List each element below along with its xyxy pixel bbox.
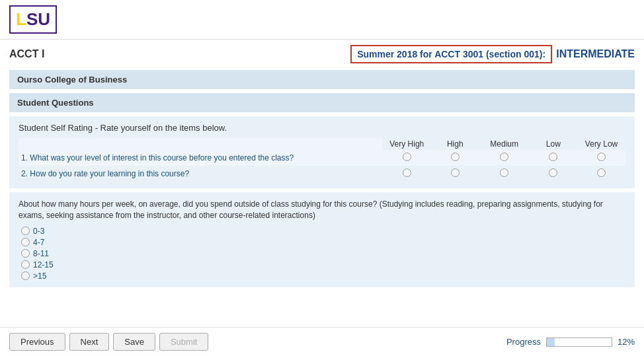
q2-high-radio[interactable]	[451, 168, 460, 177]
col-very-low: Very Low	[577, 138, 625, 150]
hours-option-gt15[interactable]: >15	[21, 271, 625, 281]
progress-label: Progress	[506, 337, 541, 347]
rating-table: Very High High Medium Low Very Low 1. Wh…	[19, 138, 625, 182]
col-high: High	[431, 138, 479, 150]
hours-radio-0-3[interactable]	[21, 227, 30, 235]
q2-low-cell	[530, 166, 578, 182]
col-low: Low	[530, 138, 578, 150]
header: LSU	[0, 0, 644, 40]
submit-button[interactable]: Submit	[159, 333, 208, 351]
page-title: ACCT I	[9, 48, 44, 60]
q2-very-high-radio[interactable]	[403, 168, 411, 177]
table-row: 1. What was your level of interest in th…	[19, 150, 625, 166]
save-button[interactable]: Save	[113, 333, 155, 351]
footer-right: Progress 12%	[506, 337, 635, 347]
hours-label-0-3: 0-3	[33, 227, 44, 236]
q1-high-cell	[431, 150, 479, 166]
student-questions-header: Student Questions	[9, 93, 635, 112]
hours-radio-12-15[interactable]	[21, 260, 30, 269]
rating-block: Student Self Rating - Rate yourself on t…	[9, 116, 635, 188]
hours-radio-8-11[interactable]	[21, 249, 30, 258]
question-1: 1. What was your level of interest in th…	[19, 150, 383, 166]
q2-medium-cell	[479, 166, 530, 182]
q2-high-cell	[431, 166, 479, 182]
q2-medium-radio[interactable]	[500, 168, 508, 177]
hours-label-12-15: 12-15	[33, 260, 54, 269]
title-area: ACCT I Summer 2018 for ACCT 3001 (sectio…	[0, 40, 644, 66]
q1-very-low-radio[interactable]	[597, 153, 606, 161]
table-row: 2. How do you rate your learning in this…	[19, 166, 625, 182]
previous-button[interactable]: Previous	[9, 333, 65, 351]
hours-option-8-11[interactable]: 8-11	[21, 249, 625, 258]
hours-option-4-7[interactable]: 4-7	[21, 238, 625, 247]
question-2: 2. How do you rate your learning in this…	[19, 166, 383, 182]
col-very-high: Very High	[383, 138, 431, 150]
progress-percent: 12%	[618, 337, 635, 347]
progress-bar-fill	[547, 338, 555, 346]
course-title-box: Summer 2018 for ACCT 3001 (section 001):	[350, 45, 552, 63]
q1-high-radio[interactable]	[451, 153, 460, 161]
rating-block-title: Student Self Rating - Rate yourself on t…	[19, 123, 625, 133]
course-header: Summer 2018 for ACCT 3001 (section 001):…	[350, 45, 635, 63]
main-content: Ourso College of Business Student Questi…	[0, 66, 644, 295]
next-button[interactable]: Next	[69, 333, 110, 351]
logo-text: LSU	[16, 9, 50, 29]
q1-very-high-cell	[383, 150, 431, 166]
hours-label-4-7: 4-7	[33, 238, 44, 247]
q1-low-cell	[530, 150, 578, 166]
q1-medium-cell	[479, 150, 530, 166]
q2-very-high-cell	[383, 166, 431, 182]
hours-radio-4-7[interactable]	[21, 238, 30, 246]
hours-label-gt15: >15	[33, 271, 46, 281]
hours-label-8-11: 8-11	[33, 249, 49, 258]
footer: Previous Next Save Submit Progress 12%	[0, 327, 644, 356]
q2-very-low-cell	[577, 166, 625, 182]
q1-very-low-cell	[577, 150, 625, 166]
col-medium: Medium	[479, 138, 530, 150]
q1-low-radio[interactable]	[549, 153, 557, 161]
hours-block: About how many hours per week, on averag…	[9, 192, 635, 287]
course-level: INTERMEDIATE	[552, 48, 635, 60]
hours-option-0-3[interactable]: 0-3	[21, 227, 625, 236]
hours-option-12-15[interactable]: 12-15	[21, 260, 625, 269]
college-section-header: Ourso College of Business	[9, 70, 635, 89]
hours-radio-gt15[interactable]	[21, 271, 30, 280]
q1-very-high-radio[interactable]	[403, 153, 411, 161]
lsu-logo: LSU	[9, 5, 57, 34]
progress-bar	[546, 338, 612, 347]
hours-question: About how many hours per week, on averag…	[19, 199, 625, 221]
q2-very-low-radio[interactable]	[597, 168, 606, 177]
q2-low-radio[interactable]	[549, 168, 557, 177]
hours-options: 0-3 4-7 8-11 12-15 >15	[19, 227, 625, 281]
q1-medium-radio[interactable]	[500, 153, 508, 161]
